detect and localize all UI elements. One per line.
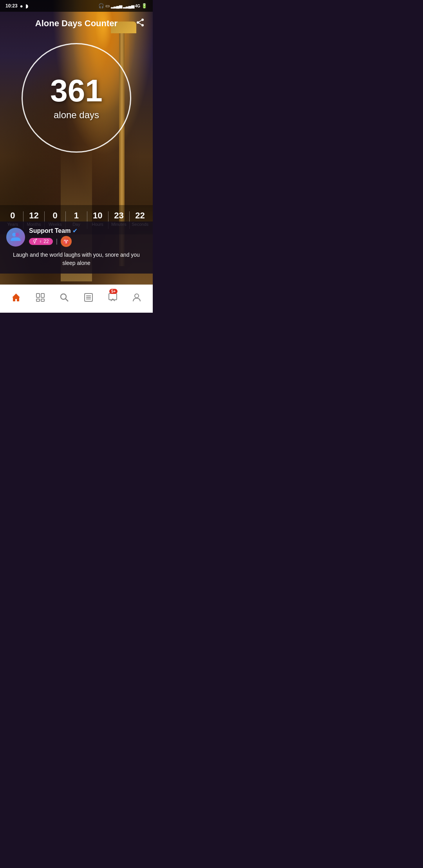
svg-rect-10 (41, 299, 44, 301)
support-quote: Laugh and the world laughs with you, sno… (6, 251, 146, 267)
tag-divider: | (56, 238, 58, 245)
nav-browse[interactable] (28, 285, 52, 313)
search-svg (59, 292, 69, 303)
share-icon (136, 18, 145, 27)
hours-value: 10 (93, 211, 102, 220)
nav-list[interactable] (76, 285, 101, 313)
browse-svg (35, 292, 45, 303)
bottom-nav: 5+ (0, 285, 153, 313)
page-title: Alone Days Counter (35, 18, 118, 29)
list-svg (83, 292, 94, 303)
svg-rect-9 (36, 299, 40, 301)
support-header: Support Team ✔ ⚥ ♀ 22 | ♈ (6, 227, 146, 247)
share-button[interactable] (136, 18, 145, 29)
svg-line-4 (139, 20, 142, 22)
minutes-value: 23 (114, 211, 123, 220)
nav-search[interactable] (52, 285, 76, 313)
weeks-value: 0 (53, 211, 58, 220)
days-label: alone days (54, 110, 99, 121)
svg-line-12 (66, 299, 69, 302)
support-info: Support Team ✔ ⚥ ♀ 22 | ♈ (29, 227, 78, 247)
svg-point-0 (141, 19, 144, 21)
app-icon: ◗ (25, 3, 28, 9)
svg-point-6 (15, 232, 19, 236)
signal2-icon: ▂▃▄▅ (123, 4, 134, 9)
age-value: ♀ 22 (39, 239, 49, 244)
svg-point-18 (135, 294, 139, 298)
profile-icon (132, 292, 142, 305)
avatar-inner (6, 228, 25, 247)
svg-point-11 (61, 294, 66, 299)
status-left: 10:23 ● ◗ (5, 3, 28, 9)
svg-rect-8 (41, 294, 44, 297)
zodiac-icon: ♈ (63, 238, 69, 245)
support-tags: ⚥ ♀ 22 | ♈ (29, 236, 78, 247)
status-right: 🎧 ▭ ▂▃▄▅ ▂▃▄▅ 4G 🔋 (98, 3, 147, 9)
support-team-icon (9, 231, 22, 243)
browse-icon (35, 292, 45, 305)
gender-age-tag: ⚥ ♀ 22 (29, 238, 53, 245)
nav-messages[interactable]: 5+ (101, 285, 125, 313)
support-name-row: Support Team ✔ (29, 227, 78, 234)
status-bar: 10:23 ● ◗ 🎧 ▭ ▂▃▄▅ ▂▃▄▅ 4G 🔋 (0, 0, 153, 12)
svg-point-1 (137, 22, 139, 24)
seconds-value: 22 (135, 211, 145, 220)
svg-point-2 (141, 24, 144, 27)
battery-icon: 🔋 (141, 3, 147, 9)
list-icon (83, 292, 94, 305)
battery-outline-icon: ▭ (105, 3, 110, 9)
support-card[interactable]: Support Team ✔ ⚥ ♀ 22 | ♈ Laugh and the … (0, 222, 153, 274)
search-icon (59, 292, 69, 305)
nav-profile[interactable] (125, 285, 149, 313)
headphone-icon: 🎧 (98, 3, 104, 9)
svg-rect-7 (36, 294, 40, 297)
time-display: 10:23 (5, 3, 18, 9)
home-icon (11, 292, 22, 306)
circle-ring: 361 alone days (22, 43, 131, 153)
support-name: Support Team (29, 227, 70, 234)
app-header: Alone Days Counter (0, 12, 153, 35)
4g-icon: 4G (135, 4, 140, 8)
home-svg (11, 292, 22, 303)
zodiac-tag: ♈ (61, 236, 72, 247)
verified-icon: ✔ (72, 227, 78, 234)
counter-circle: 361 alone days (22, 43, 131, 153)
months-value: 12 (29, 211, 38, 220)
day-value: 1 (74, 211, 79, 220)
support-avatar (6, 228, 25, 247)
nav-home[interactable] (4, 285, 28, 313)
messages-badge: 5+ (109, 289, 118, 294)
days-count: 361 (50, 75, 102, 106)
signal-icon: ▂▃▄▅ (111, 4, 122, 9)
years-value: 0 (10, 211, 15, 220)
svg-line-3 (139, 23, 142, 25)
messages-icon (108, 292, 118, 305)
gender-icon: ⚥ (33, 239, 37, 244)
profile-svg (132, 292, 142, 303)
facebook-icon: ● (20, 3, 23, 9)
